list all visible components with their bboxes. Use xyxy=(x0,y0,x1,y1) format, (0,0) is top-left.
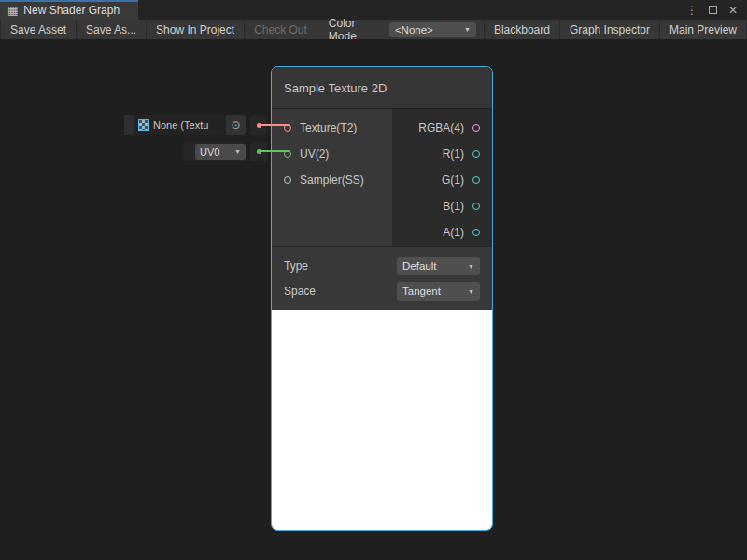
uv-edge-wire[interactable] xyxy=(259,150,290,152)
sample-texture-2d-node[interactable]: Sample Texture 2D Texture(T2) UV(2) Samp… xyxy=(271,66,493,531)
maximize-icon[interactable] xyxy=(709,6,717,14)
g-port-icon[interactable] xyxy=(472,176,480,184)
port-label: G(1) xyxy=(442,174,464,187)
active-tab-accent xyxy=(0,0,138,2)
rgba-port-icon[interactable] xyxy=(472,124,480,132)
graph-canvas[interactable]: None (Textu ⊙ UV0 ▼ Sample Texture 2D xyxy=(0,39,747,560)
port-rgba: RGBA(4) xyxy=(392,115,492,141)
type-dropdown[interactable]: Default ▼ xyxy=(397,257,480,275)
uv-input-row: UV0 ▼ xyxy=(183,142,267,161)
texture-thumbnail xyxy=(124,115,134,135)
input-ports-column: Texture(T2) UV(2) Sampler(SS) xyxy=(272,109,392,246)
close-icon[interactable]: ✕ xyxy=(728,5,738,16)
port-label: A(1) xyxy=(443,226,464,239)
type-control-row: Type Default ▼ xyxy=(284,255,480,277)
chevron-down-icon: ▼ xyxy=(468,263,474,270)
tab-label: New Shader Graph xyxy=(23,4,120,17)
save-asset-button[interactable]: Save Asset xyxy=(0,20,77,39)
chevron-down-icon: ▼ xyxy=(234,148,241,155)
port-label: R(1) xyxy=(443,147,464,161)
output-ports-column: RGBA(4) R(1) G(1) B(1) A(1) xyxy=(392,109,492,246)
space-value: Tangent xyxy=(402,286,441,297)
port-sampler: Sampler(SS) xyxy=(272,167,392,193)
texture-edge-wire[interactable] xyxy=(259,124,290,126)
toolbar-right-group: Blackboard Graph Inspector Main Preview xyxy=(484,20,747,39)
window-controls: ⋮ ✕ xyxy=(686,0,747,20)
uv-channel-value: UV0 xyxy=(200,147,219,158)
texture-input-row: None (Textu ⊙ xyxy=(124,115,267,135)
port-label: RGBA(4) xyxy=(418,121,464,134)
show-in-project-button[interactable]: Show In Project xyxy=(147,20,245,39)
graph-inspector-button[interactable]: Graph Inspector xyxy=(560,20,660,39)
port-uv: UV(2) xyxy=(272,141,392,167)
sampler-port-icon[interactable] xyxy=(284,176,291,184)
port-texture: Texture(T2) xyxy=(272,115,392,141)
chevron-down-icon: ▼ xyxy=(468,288,474,295)
type-value: Default xyxy=(402,260,436,272)
texture-checker-icon xyxy=(138,119,149,131)
space-control-row: Space Tangent ▼ xyxy=(284,280,480,302)
r-port-icon[interactable] xyxy=(472,150,480,158)
space-dropdown[interactable]: Tangent ▼ xyxy=(397,282,480,301)
color-mode-dropdown[interactable]: <None> ▼ xyxy=(389,22,476,37)
uv-channel-dropdown[interactable]: UV0 ▼ xyxy=(195,144,246,160)
node-controls: Type Default ▼ Space Tangent ▼ xyxy=(272,247,492,310)
port-label: UV(2) xyxy=(300,147,329,161)
type-label: Type xyxy=(284,259,308,273)
port-a: A(1) xyxy=(392,219,492,245)
b-port-icon[interactable] xyxy=(472,203,480,210)
main-preview-button[interactable]: Main Preview xyxy=(660,20,747,39)
port-g: G(1) xyxy=(392,167,492,193)
port-label: Texture(T2) xyxy=(300,121,357,134)
color-mode-value: <None> xyxy=(395,24,433,35)
save-as-button[interactable]: Save As... xyxy=(77,20,147,39)
texture-field-value: None (Textu xyxy=(153,119,208,131)
tab-new-shader-graph[interactable]: ▦ New Shader Graph xyxy=(0,0,138,20)
object-picker-icon[interactable]: ⊙ xyxy=(226,115,246,135)
port-label: B(1) xyxy=(443,200,464,213)
color-mode-label: Color Mode xyxy=(317,20,389,39)
toolbar: Save Asset Save As... Show In Project Ch… xyxy=(0,20,747,39)
port-r: R(1) xyxy=(392,141,492,167)
texture-field-body[interactable]: None (Textu xyxy=(134,115,226,135)
blackboard-button[interactable]: Blackboard xyxy=(484,20,560,39)
texture-object-field[interactable]: None (Textu ⊙ xyxy=(124,115,246,135)
chevron-down-icon: ▼ xyxy=(464,26,471,33)
a-port-icon[interactable] xyxy=(472,229,480,236)
port-label: Sampler(SS) xyxy=(300,174,364,187)
node-ports: Texture(T2) UV(2) Sampler(SS) RGBA(4) R(… xyxy=(272,109,492,247)
shader-graph-icon: ▦ xyxy=(7,5,18,16)
node-title: Sample Texture 2D xyxy=(284,81,387,95)
node-preview xyxy=(272,310,492,530)
space-label: Space xyxy=(284,285,316,298)
check-out-button: Check Out xyxy=(245,20,317,39)
port-b: B(1) xyxy=(392,193,492,219)
uv-widget-strip: UV0 ▼ xyxy=(183,142,246,161)
kebab-menu-icon[interactable]: ⋮ xyxy=(686,5,698,16)
node-header[interactable]: Sample Texture 2D xyxy=(272,67,492,109)
